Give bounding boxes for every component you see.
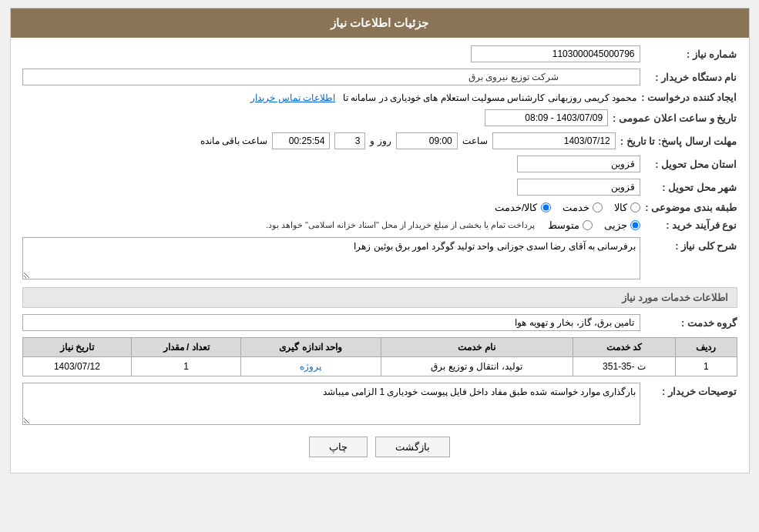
buyer-org-input[interactable] (22, 69, 640, 85)
purchase-motaset-label: متوسط (548, 219, 579, 231)
service-group-label: گروه خدمت : (645, 317, 737, 329)
category-kala-radio[interactable] (630, 202, 640, 212)
buyer-desc-row: توصیحات خریدار : بارگذاری موارد خواسته ش… (22, 383, 737, 425)
purchase-jozei-label: جزیی (604, 219, 627, 231)
creator-label: ایجاد کننده درخواست : (641, 92, 737, 103)
creator-row: ایجاد کننده درخواست : محمود کریمی روزبها… (22, 92, 737, 103)
page-header: جزئیات اطلاعات نیاز (11, 8, 749, 38)
category-khedmat-item: خدمت (563, 202, 603, 213)
purchase-jozei-radio[interactable] (630, 220, 640, 230)
category-label: طبقه بندی موضوعی : (645, 202, 737, 213)
creator-contact-link[interactable]: اطلاعات تماس خریدار (250, 92, 335, 103)
creator-value: محمود کریمی روزبهانی کارشناس مسولیت استع… (343, 92, 636, 103)
print-button[interactable]: چاپ (309, 437, 368, 457)
content-area: شماره نیاز : نام دستگاه خریدار : شرکت تو… (11, 38, 749, 473)
col-header-name: نام خدمت (381, 338, 573, 357)
category-kala-khedmat-label: کالا/خدمت (495, 202, 538, 213)
purchase-jozei-item: جزیی (604, 219, 640, 231)
countdown-label: ساعت باقی مانده (200, 136, 268, 146)
cell-name: تولید، انتقال و توزیع برق (381, 357, 573, 376)
purchase-motaset-item: متوسط (548, 219, 593, 231)
cell-date: 1403/07/12 (22, 357, 132, 376)
buyer-desc-label: توصیحات خریدار : (645, 386, 737, 397)
buyer-org-row: نام دستگاه خریدار : شرکت توزیع نیروی برق (22, 69, 737, 85)
category-khedmat-radio[interactable] (593, 202, 603, 212)
purchase-type-label: نوع فرآیند خرید : (645, 219, 737, 231)
deadline-days-input[interactable] (334, 132, 365, 149)
category-kala-label: کالا (614, 202, 627, 213)
col-header-qty: تعداد / مقدار (132, 338, 241, 357)
deadline-row: مهلت ارسال پاسخ: تا تاریخ : ساعت روز و س… (22, 132, 737, 149)
countdown-input[interactable] (272, 132, 330, 149)
service-group-input[interactable] (22, 314, 640, 331)
services-section-title: اطلاعات خدمات مورد نیاز (22, 287, 737, 308)
cell-code: ت -35-351 (573, 357, 676, 376)
table-row: 1 ت -35-351 تولید، انتقال و توزیع برق پر… (22, 357, 737, 376)
province-label: استان محل تحویل : (645, 159, 737, 170)
category-kala-item: کالا (614, 202, 640, 213)
city-row: شهر محل تحویل : (22, 179, 737, 196)
cell-unit: پروژه (241, 357, 381, 376)
cell-qty: 1 (132, 357, 241, 376)
buyer-desc-textarea[interactable]: بارگذاری موارد خواسته شده طبق مفاد داخل … (22, 383, 640, 425)
category-radio-group: کالا خدمت کالا/خدمت (495, 202, 640, 213)
category-row: طبقه بندی موضوعی : کالا خدمت کالا/خدمت (22, 202, 737, 213)
purchase-motaset-radio[interactable] (583, 220, 593, 230)
city-input[interactable] (517, 179, 640, 196)
description-textarea[interactable]: برفرسانی به آقای رضا اسدی جوزانی واحد تو… (22, 237, 640, 279)
purchase-radio-group: جزیی متوسط (548, 219, 640, 231)
description-row: شرح کلی نیاز : برفرسانی به آقای رضا اسدی… (22, 237, 737, 279)
deadline-label: مهلت ارسال پاسخ: تا تاریخ : (620, 136, 737, 147)
purchase-note: پرداخت تمام یا بخشی از مبلغ خریدار از مح… (266, 220, 536, 230)
col-header-date: تاریخ نیاز (22, 338, 132, 357)
back-button[interactable]: بازگشت (375, 437, 450, 457)
main-container: جزئیات اطلاعات نیاز شماره نیاز : نام دست… (10, 8, 750, 473)
province-input[interactable] (517, 156, 640, 172)
buyer-org-label: نام دستگاه خریدار : (645, 72, 737, 83)
col-header-rownum: ردیف (676, 338, 737, 357)
deadline-date-input[interactable] (492, 132, 616, 149)
city-label: شهر محل تحویل : (645, 182, 737, 193)
request-number-row: شماره نیاز : (22, 45, 737, 62)
cell-rownum: 1 (676, 357, 737, 376)
button-row: بازگشت چاپ (22, 437, 737, 457)
category-kala-khedmat-radio[interactable] (541, 202, 551, 212)
announcement-row: تاریخ و ساعت اعلان عمومی : (22, 109, 737, 126)
service-table: ردیف کد خدمت نام خدمت واحد اندازه گیری ت… (22, 337, 737, 376)
service-group-row: گروه خدمت : (22, 314, 737, 331)
description-label: شرح کلی نیاز : (645, 240, 737, 252)
request-number-label: شماره نیاز : (645, 49, 737, 60)
category-khedmat-label: خدمت (563, 202, 589, 213)
province-row: استان محل تحویل : (22, 156, 737, 172)
request-number-input[interactable] (471, 45, 640, 62)
deadline-time-label: ساعت (462, 136, 488, 146)
announcement-input[interactable] (485, 109, 608, 126)
purchase-type-row: نوع فرآیند خرید : جزیی متوسط پرداخت تمام… (22, 219, 737, 231)
col-header-unit: واحد اندازه گیری (241, 338, 381, 357)
announcement-label: تاریخ و ساعت اعلان عمومی : (613, 112, 737, 124)
deadline-time-input[interactable] (396, 132, 458, 149)
col-header-code: کد خدمت (573, 338, 676, 357)
table-header-row: ردیف کد خدمت نام خدمت واحد اندازه گیری ت… (22, 338, 737, 357)
deadline-days-label: روز و (370, 136, 391, 146)
category-kala-khedmat-item: کالا/خدمت (495, 202, 551, 213)
page-title: جزئیات اطلاعات نیاز (331, 16, 428, 29)
